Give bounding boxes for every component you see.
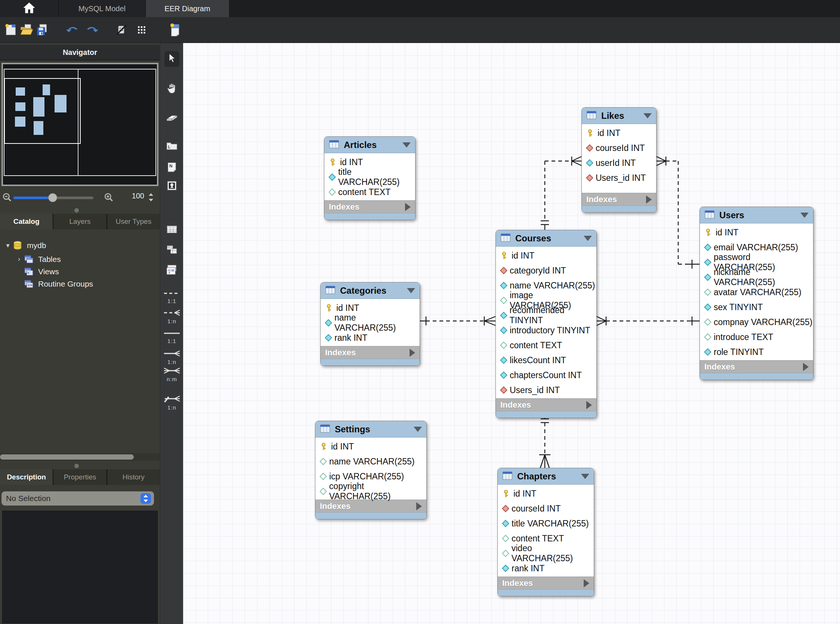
tool-rel-1to1-identifying[interactable]: 1:1: [160, 331, 184, 344]
expand-arrow-icon[interactable]: [803, 363, 809, 371]
column-row[interactable]: courseId INT: [498, 501, 594, 516]
new-page-button[interactable]: [168, 22, 184, 38]
column-row[interactable]: introduce TEXT: [700, 329, 813, 344]
catalog-horizontal-scrollbar[interactable]: [0, 453, 160, 461]
tree-node-tables[interactable]: › Tables: [14, 253, 160, 265]
dropdown-stepper-icon[interactable]: [141, 493, 151, 504]
collapse-arrow-icon[interactable]: [800, 213, 809, 218]
tree-node-routine-groups[interactable]: Routine Groups: [14, 278, 160, 290]
column-row[interactable]: name VARCHAR(255): [321, 315, 420, 330]
tool-insert-image[interactable]: [160, 181, 184, 192]
collapse-arrow-icon[interactable]: [584, 236, 592, 241]
undo-button[interactable]: [65, 22, 81, 38]
entity-header[interactable]: Categories: [321, 283, 420, 299]
column-row[interactable]: id INT: [700, 225, 813, 240]
entity-header[interactable]: Users: [700, 207, 813, 224]
entity-header[interactable]: Articles: [324, 137, 415, 153]
collapse-arrow-icon[interactable]: [644, 113, 652, 119]
tree-node-mydb[interactable]: ▾ mydb: [3, 239, 160, 252]
expand-arrow-icon[interactable]: [405, 203, 411, 211]
tab-description[interactable]: Description: [0, 469, 52, 485]
panel-splitter-handle[interactable]: [74, 464, 79, 468]
column-row[interactable]: title VARCHAR(255): [498, 516, 594, 531]
column-row[interactable]: Users_id INT: [496, 383, 596, 398]
open-model-button[interactable]: [19, 22, 34, 38]
collapse-arrow-icon[interactable]: [581, 474, 589, 479]
collapse-arrow-icon[interactable]: [414, 427, 422, 432]
entity-courses[interactable]: Coursesid INTcategoryId INTname VARCHAR(…: [496, 230, 597, 418]
expand-arrow-icon[interactable]: [586, 401, 592, 409]
indexes-bar[interactable]: Indexes: [700, 360, 813, 373]
indexes-bar[interactable]: Indexes: [496, 398, 596, 411]
toggle-edit-lock-button[interactable]: [114, 22, 129, 38]
entity-articles[interactable]: Articlesid INTtitle VARCHAR(255)content …: [324, 136, 415, 220]
entity-users[interactable]: Usersid INTemail VARCHAR(255)password VA…: [699, 207, 814, 380]
entity-header[interactable]: Courses: [496, 230, 596, 247]
tool-new-layer[interactable]: L: [160, 141, 184, 152]
tool-rel-1to1-nonidentifying[interactable]: 1:1: [160, 291, 184, 304]
column-row[interactable]: id INT: [498, 486, 594, 501]
zoom-out-icon[interactable]: [2, 192, 12, 204]
column-row[interactable]: Users_id INT: [582, 170, 656, 185]
tool-pan[interactable]: [160, 82, 184, 96]
indexes-bar[interactable]: Indexes: [324, 200, 415, 213]
column-row[interactable]: nickname VARCHAR(255): [700, 270, 813, 285]
indexes-bar[interactable]: Indexes: [321, 346, 420, 359]
tool-place-routine-group[interactable]: [160, 264, 184, 277]
chevron-right-icon[interactable]: ›: [14, 255, 24, 263]
entity-categories[interactable]: Categoriesid INTname VARCHAR(255)rank IN…: [320, 282, 420, 366]
entity-likes[interactable]: Likesid INTcourseId INTuserId INTUsers_i…: [581, 107, 656, 213]
minimap-canvas[interactable]: [3, 64, 157, 185]
description-editor[interactable]: [2, 510, 158, 624]
indexes-bar[interactable]: Indexes: [582, 193, 656, 205]
tool-rel-1ton-nonidentifying[interactable]: 1:n: [160, 309, 184, 324]
column-row[interactable]: courseId INT: [582, 141, 656, 156]
tree-node-views[interactable]: Views: [14, 265, 160, 278]
save-model-button[interactable]: [34, 22, 50, 38]
column-row[interactable]: compnay VARCHAR(255): [700, 315, 813, 329]
column-row[interactable]: title VARCHAR(255): [324, 170, 415, 185]
tab-home[interactable]: [0, 0, 59, 17]
indexes-bar[interactable]: Indexes: [498, 576, 594, 589]
entity-header[interactable]: Likes: [582, 108, 656, 124]
zoom-in-icon[interactable]: [104, 192, 114, 204]
entity-header[interactable]: Settings: [315, 421, 426, 437]
column-row[interactable]: categoryId INT: [496, 263, 596, 278]
indexes-bar[interactable]: Indexes: [315, 500, 426, 512]
relationship-categories-courses[interactable]: [420, 317, 496, 326]
selection-dropdown[interactable]: No Selection: [2, 491, 154, 505]
entity-header[interactable]: Chapters: [498, 468, 594, 485]
collapse-arrow-icon[interactable]: [407, 288, 415, 293]
column-row[interactable]: id INT: [496, 248, 596, 263]
column-row[interactable]: sex TINYINT: [700, 300, 813, 315]
zoom-slider-thumb[interactable]: [48, 193, 57, 202]
scrollbar-thumb[interactable]: [0, 454, 134, 460]
column-row[interactable]: chaptersCount INT: [496, 368, 596, 383]
tab-user-types[interactable]: User Types: [107, 214, 160, 229]
relationship-courses-chapters[interactable]: [539, 415, 550, 468]
expand-arrow-icon[interactable]: [584, 579, 589, 587]
column-row[interactable]: userId INT: [582, 156, 656, 170]
tool-rel-1ton-existing-columns[interactable]: 1:n: [160, 394, 184, 411]
tool-place-table[interactable]: [160, 225, 184, 235]
eer-diagram-canvas[interactable]: Articlesid INTtitle VARCHAR(255)content …: [183, 43, 840, 624]
expand-arrow-icon[interactable]: [409, 349, 415, 357]
tab-mysql-model[interactable]: MySQL Model: [59, 0, 146, 17]
tab-catalog[interactable]: Catalog: [0, 214, 52, 229]
chevron-down-icon[interactable]: ▾: [3, 241, 13, 250]
column-row[interactable]: id INT: [582, 125, 656, 141]
tool-eraser[interactable]: [160, 113, 184, 124]
panel-splitter-handle[interactable]: [74, 208, 79, 213]
tool-rel-ntom[interactable]: n:m: [160, 367, 184, 382]
expand-arrow-icon[interactable]: [646, 195, 652, 204]
tool-place-view[interactable]: [160, 245, 184, 256]
tab-eer-diagram[interactable]: EER Diagram: [146, 0, 229, 17]
column-row[interactable]: name VARCHAR(255): [315, 454, 426, 469]
entity-chapters[interactable]: Chaptersid INTcourseId INTtitle VARCHAR(…: [497, 468, 594, 596]
toggle-grid-button[interactable]: [134, 22, 150, 38]
new-document-button[interactable]: [3, 22, 19, 38]
tool-select[interactable]: [160, 51, 184, 67]
column-row[interactable]: likesCount INT: [496, 353, 596, 368]
redo-button[interactable]: [84, 22, 99, 38]
zoom-slider[interactable]: [14, 196, 93, 199]
